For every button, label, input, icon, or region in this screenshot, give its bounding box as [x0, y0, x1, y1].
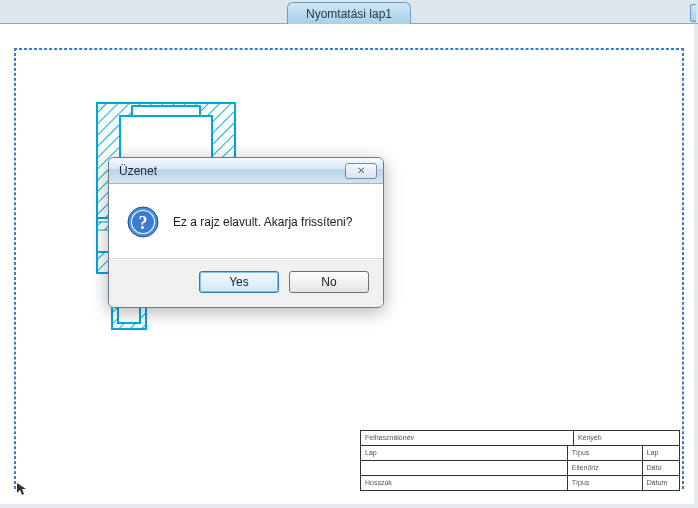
tab-bar: Nyomtatási lap1: [0, 0, 698, 24]
tb-cell: Lap: [361, 446, 568, 460]
svg-text:?: ?: [139, 213, 148, 233]
tb-cell: Típus: [568, 446, 643, 460]
print-boundary-right: [682, 48, 684, 489]
tb-cell: Lap: [643, 446, 679, 460]
scrollbar-bottom[interactable]: [0, 504, 698, 508]
close-icon: ✕: [357, 165, 365, 176]
print-boundary-top: [14, 48, 684, 50]
dialog-title: Üzenet: [119, 164, 345, 178]
yes-button[interactable]: Yes: [199, 271, 279, 293]
tb-cell: Típus: [568, 476, 643, 490]
svg-rect-3: [132, 106, 200, 116]
question-icon: ?: [127, 206, 159, 238]
tb-cell: Felhasználónév: [361, 431, 574, 445]
close-button[interactable]: ✕: [345, 163, 377, 179]
tb-cell: Dátum: [643, 476, 679, 490]
dialog-titlebar[interactable]: Üzenet ✕: [109, 158, 383, 184]
tab-label: Nyomtatási lap1: [306, 7, 392, 21]
tb-cell: [361, 461, 568, 475]
dialog-message: Ez a rajz elavult. Akarja frissíteni?: [173, 215, 352, 229]
message-dialog: Üzenet ✕ ? Ez a rajz elavult. Akarja fri…: [108, 157, 384, 308]
print-boundary-left: [14, 48, 16, 489]
tb-cell: Ellenőriz: [568, 461, 643, 475]
no-button[interactable]: No: [289, 271, 369, 293]
cursor-icon: [16, 482, 30, 496]
title-block: Felhasználónév Kényéb Lap Típus Lap Elle…: [360, 430, 680, 491]
tab-scroll-hint[interactable]: [690, 4, 696, 22]
tb-cell: Dátú: [643, 461, 679, 475]
dialog-button-row: Yes No: [109, 258, 383, 307]
scrollbar-right[interactable]: [694, 24, 698, 508]
tab-print-sheet[interactable]: Nyomtatási lap1: [287, 2, 411, 24]
tb-cell: Hosszúk: [361, 476, 568, 490]
dialog-body: ? Ez a rajz elavult. Akarja frissíteni?: [109, 184, 383, 258]
tb-cell: Kényéb: [574, 431, 679, 445]
